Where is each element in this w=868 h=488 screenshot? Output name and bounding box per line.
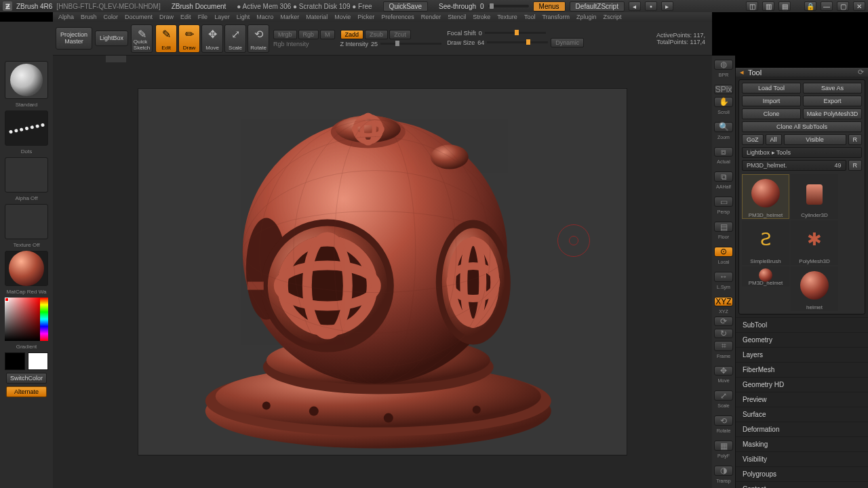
- menu-movie[interactable]: Movie: [334, 14, 351, 20]
- refresh-icon[interactable]: ⟳: [858, 68, 864, 77]
- -button[interactable]: ↻: [714, 329, 733, 338]
- r-button[interactable]: R: [848, 134, 863, 145]
- menu-stencil[interactable]: Stencil: [448, 14, 466, 20]
- menu-picker[interactable]: Picker: [357, 14, 374, 20]
- fgbg-swatch[interactable]: [5, 352, 48, 370]
- menu-zscript[interactable]: Zscript: [604, 14, 622, 20]
- tool-name-field[interactable]: PM3D_helmet.49: [742, 160, 846, 171]
- stroke-swatch[interactable]: [5, 110, 48, 146]
- drawsize-slider[interactable]: [487, 41, 548, 43]
- nav-next-icon[interactable]: ▸: [661, 1, 673, 11]
- section-polygroups[interactable]: Polygroups: [736, 466, 868, 481]
- lightbox-tools-button[interactable]: Lightbox ▸ Tools: [742, 147, 862, 158]
- menu-stroke[interactable]: Stroke: [473, 14, 490, 20]
- section-deformation[interactable]: Deformation: [736, 422, 868, 436]
- menu-zplugin[interactable]: Zplugin: [576, 14, 597, 20]
- maximize-icon[interactable]: ▢: [837, 1, 849, 11]
- edit-mode-button[interactable]: ✎Edit: [155, 24, 177, 53]
- rotate-mode-button[interactable]: ⟲Rotate: [248, 24, 269, 53]
- section-contact[interactable]: Contact: [736, 481, 868, 488]
- lock-icon[interactable]: 🔒: [804, 1, 816, 11]
- tool-thumb-cylinder3d[interactable]: Cylinder3D: [791, 174, 838, 219]
- panel-collapse-icon[interactable]: ◂: [740, 68, 744, 77]
- transp-button[interactable]: ◑: [714, 466, 733, 476]
- menu-draw[interactable]: Draw: [159, 14, 174, 20]
- polyf-button[interactable]: ▦: [714, 441, 733, 451]
- -button[interactable]: ⟳: [714, 317, 733, 326]
- xyz-button[interactable]: XYZ: [714, 297, 733, 306]
- draw-mode-button[interactable]: ✏Draw: [178, 24, 200, 53]
- menu-material[interactable]: Material: [306, 14, 328, 20]
- rotate-button[interactable]: ⟲: [714, 415, 733, 426]
- mrgb-toggle[interactable]: Mrgb: [273, 30, 297, 39]
- scroll-button[interactable]: ✋: [714, 97, 733, 107]
- zcut-toggle[interactable]: Zcut: [389, 30, 411, 39]
- menu-file[interactable]: File: [198, 14, 208, 20]
- material-swatch[interactable]: [5, 251, 48, 286]
- zintensity-slider[interactable]: [380, 43, 441, 45]
- seethrough-slider[interactable]: [488, 5, 529, 7]
- color-picker[interactable]: [5, 298, 48, 341]
- menu-transform[interactable]: Transform: [542, 14, 570, 20]
- layout-a-icon[interactable]: ◫: [746, 1, 758, 11]
- section-preview[interactable]: Preview: [736, 392, 868, 407]
- default-zscript[interactable]: DefaultZScript: [570, 1, 625, 12]
- tool-thumb-polymesh3d[interactable]: ✱PolyMesh3D: [791, 220, 838, 265]
- m-toggle[interactable]: M: [320, 30, 335, 39]
- section-geometry-hd[interactable]: Geometry HD: [736, 377, 868, 392]
- menu-document[interactable]: Document: [125, 14, 153, 20]
- save-as-button[interactable]: Save As: [803, 83, 862, 94]
- zoom-button[interactable]: 🔍: [714, 122, 733, 132]
- all-button[interactable]: All: [766, 134, 782, 145]
- section-geometry[interactable]: Geometry: [736, 332, 868, 347]
- zsub-toggle[interactable]: Zsub: [365, 30, 388, 39]
- menu-preferences[interactable]: Preferences: [381, 14, 414, 20]
- switchcolor-button[interactable]: SwitchColor: [6, 373, 47, 384]
- clone-button[interactable]: Clone: [742, 108, 801, 119]
- make-polymesh3d-button[interactable]: Make PolyMesh3D: [803, 108, 862, 119]
- local-button[interactable]: ⊙: [714, 247, 733, 257]
- lightbox-button[interactable]: LightBox: [95, 30, 128, 47]
- layout-c-icon[interactable]: ▤: [778, 1, 791, 11]
- layout-b-icon[interactable]: ▥: [762, 1, 774, 11]
- tool-thumb-pm3d-helmet[interactable]: PM3D_helmet: [742, 174, 789, 219]
- close-icon[interactable]: ✕: [853, 1, 865, 11]
- rgb-toggle[interactable]: Rgb: [298, 30, 319, 39]
- menu-marker[interactable]: Marker: [280, 14, 299, 20]
- goz-button[interactable]: GoZ: [742, 134, 764, 145]
- section-subtool[interactable]: SubTool: [736, 317, 868, 332]
- menu-alpha[interactable]: Alpha: [58, 14, 74, 20]
- menus-toggle[interactable]: Menus: [533, 1, 566, 12]
- visible-button[interactable]: Visible: [784, 134, 846, 145]
- menu-brush[interactable]: Brush: [81, 14, 97, 20]
- menu-color[interactable]: Color: [104, 14, 119, 20]
- section-fibermesh[interactable]: FiberMesh: [736, 362, 868, 377]
- menu-macro[interactable]: Macro: [256, 14, 273, 20]
- actual-button[interactable]: ⧈: [714, 147, 733, 157]
- document-tab[interactable]: [106, 56, 126, 62]
- viewport[interactable]: [138, 89, 627, 455]
- clone-all-subtools-button[interactable]: Clone All SubTools: [742, 121, 862, 132]
- alpha-swatch[interactable]: [5, 157, 48, 192]
- nav-play-icon[interactable]: ▪: [645, 1, 657, 11]
- scale-mode-button[interactable]: ⤢Scale: [224, 24, 246, 53]
- zadd-toggle[interactable]: Zadd: [340, 30, 364, 39]
- load-tool-button[interactable]: Load Tool: [742, 83, 801, 94]
- tool-thumb-simplebrush[interactable]: ƧSimpleBrush: [742, 220, 789, 265]
- lsym-button[interactable]: ↔: [714, 272, 733, 282]
- menu-texture[interactable]: Texture: [497, 14, 517, 20]
- section-masking[interactable]: Masking: [736, 436, 868, 451]
- menu-layer[interactable]: Layer: [214, 14, 230, 20]
- move-button[interactable]: ✥: [714, 366, 733, 376]
- section-surface[interactable]: Surface: [736, 407, 868, 422]
- tool-r-button[interactable]: R: [848, 160, 863, 171]
- quicksketch-button[interactable]: ✎Quick Sketch: [131, 24, 153, 53]
- tool-thumb-pm3d-helmet[interactable]: PM3D_helmet: [742, 266, 789, 287]
- menu-light[interactable]: Light: [237, 14, 250, 20]
- menu-edit[interactable]: Edit: [180, 14, 191, 20]
- menu-tool[interactable]: Tool: [524, 14, 536, 20]
- texture-swatch[interactable]: [5, 204, 48, 239]
- alternate-button[interactable]: Alternate: [6, 386, 47, 397]
- export-button[interactable]: Export: [803, 96, 862, 106]
- persp-button[interactable]: ▭: [714, 197, 733, 207]
